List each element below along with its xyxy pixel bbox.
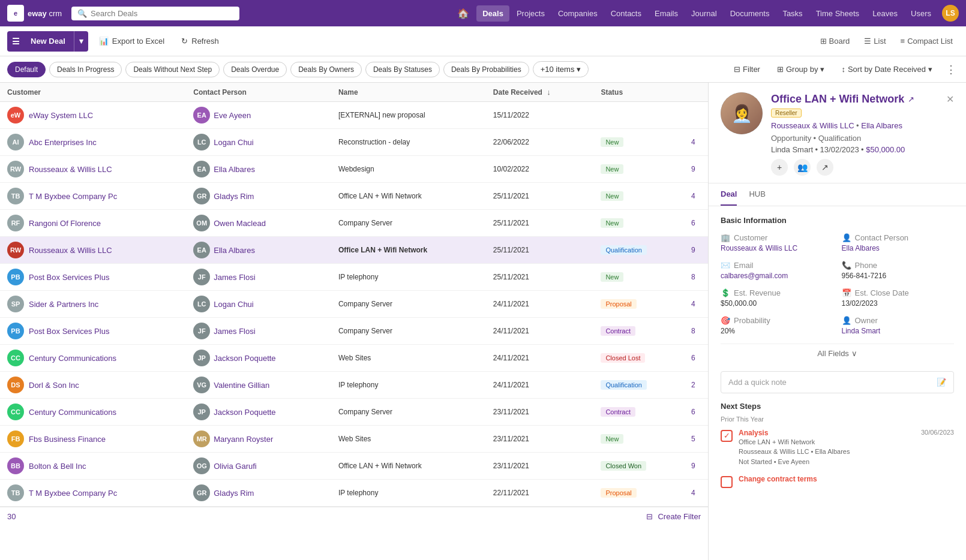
nav-item-contacts[interactable]: Contacts	[605, 5, 647, 22]
customer-link[interactable]: T M Byxbee Company Pc	[29, 192, 117, 201]
nav-item-projects[interactable]: Projects	[511, 5, 551, 22]
table-row[interactable]: eW eWay System LLC EA Eve Ayeen [EXTERNA…	[0, 102, 708, 129]
info-email-value[interactable]: calbares@gmail.com	[721, 272, 833, 280]
sort-button[interactable]: ↕ Sort by Date Received ▾	[835, 62, 938, 77]
table-row[interactable]: PB Post Box Services Plus JF James Flosi…	[0, 264, 708, 291]
panel-add-button[interactable]: +	[771, 159, 788, 176]
customer-link[interactable]: Sider & Partners Inc	[29, 300, 98, 309]
nav-item-emails[interactable]: Emails	[649, 5, 684, 22]
panel-share-button[interactable]: ↗	[817, 159, 833, 176]
contact-link[interactable]: Logan Chui	[214, 138, 254, 147]
table-row[interactable]: CC Century Communications JP Jackson Poq…	[0, 399, 708, 426]
search-input[interactable]	[91, 9, 233, 18]
quick-note-input[interactable]: Add a quick note 📝	[721, 371, 954, 393]
create-filter-button[interactable]: Create Filter	[658, 512, 701, 521]
panel-close-button[interactable]: ✕	[946, 94, 954, 105]
table-row[interactable]: SP Sider & Partners Inc LC Logan Chui Co…	[0, 291, 708, 318]
table-row[interactable]: CC Century Communications JP Jackson Poq…	[0, 345, 708, 372]
more-chips-button[interactable]: +10 items ▾	[533, 61, 589, 77]
customer-link[interactable]: Century Communications	[29, 354, 116, 363]
group-by-button[interactable]: ⊞ Group by ▾	[771, 62, 830, 77]
filter-button[interactable]: ⊟ Filter	[728, 62, 766, 77]
filter-chip-default[interactable]: Default	[7, 62, 46, 77]
nav-item-timesheets[interactable]: Time Sheets	[810, 5, 866, 22]
panel-title[interactable]: Office LAN + Wifi Network	[771, 92, 904, 106]
logo[interactable]: e eway crm	[7, 5, 62, 22]
step-check-1[interactable]	[721, 476, 733, 488]
customer-link[interactable]: Abc Enterprises Inc	[29, 138, 97, 147]
customer-link[interactable]: T M Byxbee Company Pc	[29, 489, 117, 498]
filter-chip-in-progress[interactable]: Deals In Progress	[49, 62, 122, 77]
contact-link[interactable]: Ella Albares	[214, 165, 255, 174]
contact-link[interactable]: Logan Chui	[214, 300, 254, 309]
nav-item-journal[interactable]: Journal	[685, 5, 723, 22]
contact-link[interactable]: Jackson Poquette	[214, 408, 275, 417]
nav-item-leaves[interactable]: Leaves	[866, 5, 904, 22]
kebab-menu-button[interactable]: ⋮	[943, 63, 959, 76]
contact-link[interactable]: James Flosi	[214, 273, 255, 282]
step-check-0[interactable]: ✓	[721, 430, 733, 442]
contact-link[interactable]: Owen Maclead	[214, 219, 266, 228]
customer-link[interactable]: Dorl & Son Inc	[29, 381, 79, 390]
customer-link[interactable]: Rousseaux & Willis LLC	[29, 165, 112, 174]
table-row[interactable]: RW Rousseaux & Willis LLC EA Ella Albare…	[0, 237, 708, 264]
customer-link[interactable]: Bolton & Bell Inc	[29, 462, 86, 471]
step-title-1[interactable]: Change contract terms	[739, 475, 817, 483]
info-contact-value[interactable]: Ella Albares	[842, 244, 955, 252]
panel-contact-link[interactable]: Ella Albares	[861, 121, 902, 130]
table-row[interactable]: FB Fbs Business Finance MR Maryann Royst…	[0, 426, 708, 453]
table-row[interactable]: PB Post Box Services Plus JF James Flosi…	[0, 318, 708, 345]
table-row[interactable]: RW Rousseaux & Willis LLC EA Ella Albare…	[0, 156, 708, 183]
nav-item-deals[interactable]: Deals	[476, 5, 509, 22]
contact-link[interactable]: Gladys Rim	[214, 192, 254, 201]
customer-link[interactable]: Fbs Business Finance	[29, 435, 106, 444]
contact-link[interactable]: Ella Albares	[214, 246, 255, 255]
all-fields-button[interactable]: All Fields ∨	[721, 344, 954, 363]
customer-link[interactable]: Rangoni Of Florence	[29, 219, 101, 228]
table-row[interactable]: TB T M Byxbee Company Pc GR Gladys Rim O…	[0, 183, 708, 210]
filter-chip-without-next-step[interactable]: Deals Without Next Step	[125, 62, 220, 77]
nav-item-users[interactable]: Users	[905, 5, 937, 22]
panel-tab-hub[interactable]: HUB	[749, 183, 765, 206]
customer-link[interactable]: Rousseaux & Willis LLC	[29, 246, 112, 255]
info-customer-value[interactable]: Rousseaux & Willis LLC	[721, 244, 833, 252]
filter-chip-by-owners[interactable]: Deals By Owners	[290, 62, 362, 77]
panel-company-link[interactable]: Rousseaux & Willis LLC	[771, 121, 854, 130]
customer-link[interactable]: Century Communications	[29, 408, 116, 417]
filter-chip-by-statuses[interactable]: Deals By Statuses	[365, 62, 440, 77]
contact-link[interactable]: Gladys Rim	[214, 489, 254, 498]
table-row[interactable]: BB Bolton & Bell Inc OG Olivia Garufi Of…	[0, 453, 708, 480]
list-view-button[interactable]: ☰ List	[858, 34, 892, 49]
filter-chip-overdue[interactable]: Deals Overdue	[223, 62, 287, 77]
column-header-customer[interactable]: Customer	[0, 83, 186, 102]
home-icon[interactable]: 🏠	[455, 5, 472, 22]
compact-view-button[interactable]: ≡ Compact List	[895, 34, 959, 49]
table-row[interactable]: RF Rangoni Of Florence OM Owen Maclead C…	[0, 210, 708, 237]
column-header-name[interactable]: Name	[331, 83, 486, 102]
panel-team-button[interactable]: 👥	[794, 159, 811, 176]
column-header-date[interactable]: Date Received ↓	[486, 83, 594, 102]
export-button[interactable]: 📊 Export to Excel	[93, 33, 170, 49]
search-bar[interactable]: 🔍	[71, 7, 239, 20]
external-link-icon[interactable]: ↗	[908, 95, 914, 104]
info-owner-value[interactable]: Linda Smart	[842, 327, 955, 335]
refresh-button[interactable]: ↻ Refresh	[175, 33, 225, 49]
contact-link[interactable]: James Flosi	[214, 327, 255, 336]
table-row[interactable]: DS Dorl & Son Inc VG Valentine Gillian I…	[0, 372, 708, 399]
nav-item-documents[interactable]: Documents	[724, 5, 776, 22]
panel-tab-deal[interactable]: Deal	[721, 183, 737, 206]
contact-link[interactable]: Eve Ayeen	[214, 111, 251, 120]
column-header-contact[interactable]: Contact Person	[186, 83, 331, 102]
contact-link[interactable]: Maryann Royster	[214, 435, 273, 444]
customer-link[interactable]: Post Box Services Plus	[29, 273, 109, 282]
table-row[interactable]: TB T M Byxbee Company Pc GR Gladys Rim I…	[0, 480, 708, 507]
step-title-0[interactable]: Analysis	[739, 429, 768, 437]
contact-link[interactable]: Valentine Gillian	[214, 381, 269, 390]
contact-link[interactable]: Olivia Garufi	[214, 462, 257, 471]
nav-item-tasks[interactable]: Tasks	[776, 5, 808, 22]
column-header-status[interactable]: Status	[593, 83, 684, 102]
new-deal-button[interactable]: ☰ New Deal ▾	[7, 31, 88, 52]
filter-chip-by-probabilities[interactable]: Deals By Probabilities	[443, 62, 529, 77]
user-avatar[interactable]: LS	[942, 5, 959, 22]
customer-link[interactable]: eWay System LLC	[29, 111, 93, 120]
